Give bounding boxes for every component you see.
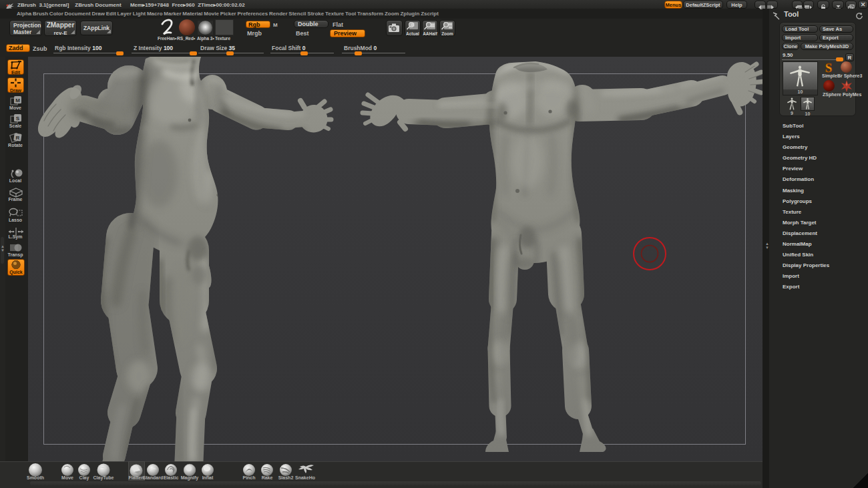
svg-text:S: S — [16, 115, 20, 121]
svg-text:Elastic: Elastic — [164, 475, 179, 480]
svg-text:Clay: Clay — [79, 475, 89, 481]
svg-text:SnakeHo: SnakeHo — [295, 475, 315, 480]
svg-text:Smooth: Smooth — [27, 475, 44, 480]
svg-text:ClayTube: ClayTube — [93, 475, 114, 481]
svg-text:Pinch: Pinch — [242, 475, 255, 480]
svg-text:M: M — [15, 97, 20, 103]
svg-text:Magnify: Magnify — [181, 475, 199, 481]
svg-text:Move: Move — [61, 475, 73, 480]
svg-text:Flatten: Flatten — [129, 475, 144, 480]
svg-text:R: R — [16, 135, 20, 141]
svg-text:Slash2: Slash2 — [278, 475, 294, 480]
svg-text:S: S — [825, 61, 833, 74]
svg-text:Standard: Standard — [143, 475, 163, 480]
svg-text:Inflat: Inflat — [202, 475, 214, 480]
svg-text:Rake: Rake — [262, 475, 273, 480]
